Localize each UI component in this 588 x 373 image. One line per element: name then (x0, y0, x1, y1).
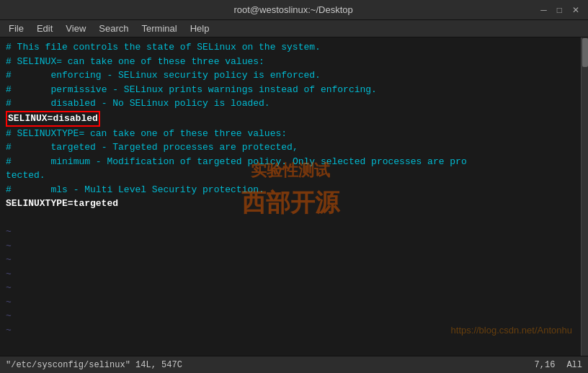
tilde-8: ~ (0, 323, 581, 338)
window-title: root@westoslinux:~/Desktop (49, 4, 538, 15)
tilde-4: ~ (0, 267, 581, 282)
window-controls[interactable]: ─ □ ✕ (538, 6, 582, 14)
line-10: tected. (0, 168, 581, 183)
minimize-button[interactable]: ─ (538, 6, 550, 14)
cursor-position: 7,16 (535, 360, 556, 370)
tilde-6: ~ (0, 295, 581, 310)
tilde-2: ~ (0, 239, 581, 253)
menu-view[interactable]: View (60, 22, 92, 35)
line-blank (0, 211, 581, 225)
line-1: # This file controls the state of SELinu… (0, 40, 581, 55)
line-2: # SELINUX= can take one of these three v… (0, 55, 581, 69)
scroll-mode: All (566, 360, 582, 370)
line-4: # permissive - SELinux prints warnings i… (0, 83, 581, 97)
line-9: # minimum - Modification of targeted pol… (0, 155, 581, 169)
editor-container: # This file controls the state of SELinu… (0, 37, 588, 356)
tilde-7: ~ (0, 309, 581, 323)
maximize-button[interactable]: □ (554, 6, 565, 14)
status-bar: "/etc/sysconfig/selinux" 14L, 547C 7,16 … (0, 356, 588, 373)
menu-terminal[interactable]: Terminal (136, 22, 183, 35)
editor-content[interactable]: # This file controls the state of SELinu… (0, 37, 581, 356)
line-12: SELINUXTYPE=targeted (0, 197, 581, 211)
menu-file[interactable]: File (3, 22, 30, 35)
line-8: # targeted - Targeted processes are prot… (0, 140, 581, 155)
scrollbar[interactable] (581, 37, 588, 356)
line-5: # disabled - No SELinux policy is loaded… (0, 96, 581, 111)
line-11: # mls - Multi Level Security protection. (0, 183, 581, 197)
scrollbar-thumb[interactable] (582, 38, 588, 67)
tilde-1: ~ (0, 225, 581, 239)
menu-help[interactable]: Help (184, 22, 215, 35)
file-info: "/etc/sysconfig/selinux" 14L, 547C (6, 360, 182, 370)
title-bar: root@westoslinux:~/Desktop ─ □ ✕ (0, 0, 588, 20)
line-3: # enforcing - SELinux security policy is… (0, 68, 581, 83)
selinux-disabled-value: SELINUX=disabled (6, 111, 100, 127)
menu-bar: File Edit View Search Terminal Help (0, 20, 588, 37)
close-button[interactable]: ✕ (569, 6, 582, 14)
tilde-5: ~ (0, 281, 581, 295)
line-7: # SELINUXTYPE= can take one of these thr… (0, 127, 581, 141)
menu-edit[interactable]: Edit (31, 22, 58, 35)
tilde-3: ~ (0, 253, 581, 267)
line-6: SELINUX=disabled (0, 111, 581, 127)
menu-search[interactable]: Search (93, 22, 134, 35)
